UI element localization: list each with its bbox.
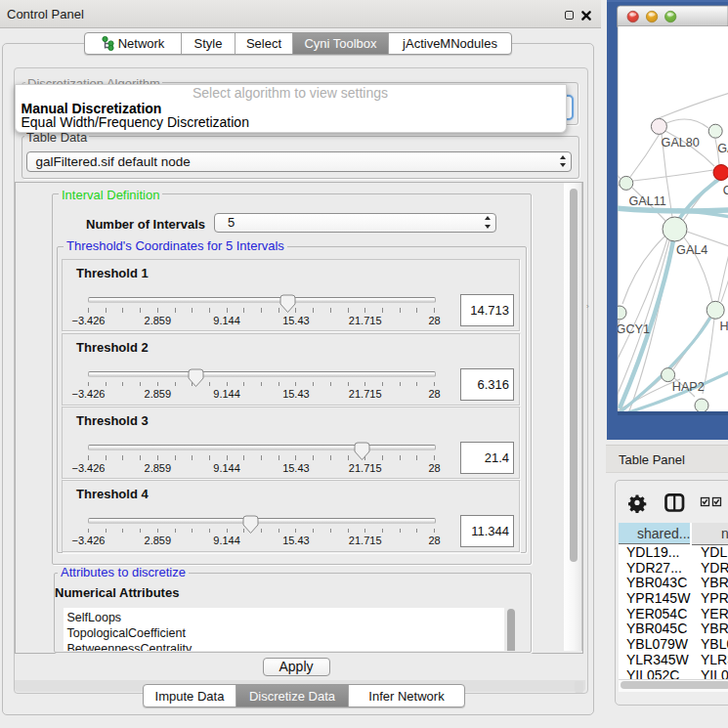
svg-text:GAL4: GAL4	[676, 243, 707, 257]
svg-text:HAP2: HAP2	[672, 380, 705, 394]
svg-text:GAL11: GAL11	[629, 194, 666, 208]
svg-text:HA: HA	[720, 320, 728, 333]
svg-text:CR: CR	[723, 184, 728, 197]
svg-text:GCY1: GCY1	[617, 322, 650, 336]
svg-text:GAL: GAL	[717, 142, 728, 155]
svg-text:GAL80: GAL80	[662, 136, 700, 150]
